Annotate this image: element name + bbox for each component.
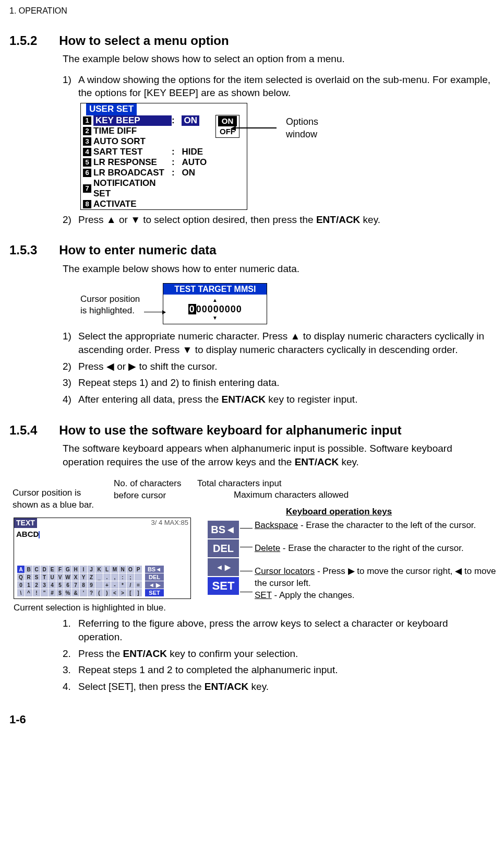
kb-set-key: SET xyxy=(145,589,164,596)
kb-char-cell xyxy=(135,573,142,581)
big-loc-key: ◄ ▶ xyxy=(208,558,239,576)
kb-char-cell: , xyxy=(111,573,118,581)
kb-char-cell: Y xyxy=(80,573,87,581)
list-text: Referring to the figure above, press the… xyxy=(78,617,495,643)
cursor-digit: 0 xyxy=(188,304,196,314)
intro-text: The example below shows how to enter num… xyxy=(63,262,495,276)
kb-char-cell: M xyxy=(111,566,118,573)
kb-char-cell: ! xyxy=(33,589,40,596)
kb-char-cell: W xyxy=(64,573,71,581)
kb-char-cell: E xyxy=(49,566,56,573)
sec-num: 1.5.2 xyxy=(9,32,56,49)
list-text: Press ◀ or ▶ to shift the cursor. xyxy=(78,360,495,373)
kb-char-cell: + xyxy=(103,581,111,589)
sec-title: How to select a menu option xyxy=(59,33,229,48)
kb-char-cell: % xyxy=(64,589,71,596)
intro-text: The example below shows how to select an… xyxy=(63,52,495,66)
kb-char-cell: 6 xyxy=(64,581,71,589)
kb-char-cell: H xyxy=(72,566,79,573)
kb-char-cell: < xyxy=(111,589,118,596)
kb-char-cell: : xyxy=(119,573,126,581)
menu-row: 8ACTIVATE xyxy=(81,199,247,209)
kb-char-cell: # xyxy=(49,589,56,596)
big-del-key: DEL xyxy=(208,539,239,557)
list-text: Select the appropriate numeric character… xyxy=(78,330,495,356)
menu-row-value: HIDE xyxy=(182,147,203,157)
menu-title: USER SET xyxy=(86,103,137,115)
sec-title: How to use the software keyboard for alp… xyxy=(59,423,401,437)
big-set-key: SET xyxy=(208,577,239,595)
list-marker: 1) xyxy=(63,73,78,100)
kb-char-cell: J xyxy=(88,566,95,573)
keyboard-figure: Cursor position is shown as a blue bar. … xyxy=(9,478,495,614)
sec-num: 1.5.4 xyxy=(9,422,56,439)
kb-char-cell xyxy=(95,581,103,589)
kb-char-cell: _ xyxy=(95,573,103,581)
kb-char-cell: A xyxy=(17,566,25,573)
list-marker: 1. xyxy=(63,617,78,643)
kb-char-cell: ] xyxy=(135,589,142,596)
list-marker: 1) xyxy=(63,330,78,356)
menu-colon: : xyxy=(172,147,177,157)
menu-row-num: 7 xyxy=(83,184,91,193)
menu-row-num: 8 xyxy=(83,200,91,208)
kb-char-cell: 7 xyxy=(72,581,79,589)
kb-char-cell: [ xyxy=(127,589,134,596)
big-bs-key: BS◄ xyxy=(208,521,239,538)
menu-row-label: KEY BEEP xyxy=(93,115,172,126)
annot-cursor-shown: Cursor position is shown as a blue bar. xyxy=(13,487,94,511)
kb-char-cell: 3 xyxy=(41,581,48,589)
up-triangle-icon: ▲ xyxy=(163,298,267,303)
kb-char-cell: . xyxy=(103,573,111,581)
kb-char-cell: L xyxy=(103,566,111,573)
page-header: 1. OPERATION xyxy=(9,5,495,17)
menu-row-label: SART TEST xyxy=(93,147,172,157)
kb-char-cell: Q xyxy=(17,573,25,581)
kb-char-cell: F xyxy=(56,566,64,573)
annot-total: Total characters input xyxy=(197,478,282,490)
list-marker: 2. xyxy=(63,647,78,661)
kb-info: 3/ 4 MAX:85 xyxy=(149,518,190,528)
list-text: Repeat steps 1) and 2) to finish enterin… xyxy=(78,376,495,390)
annot-max: Maximum characters allowed xyxy=(234,489,349,501)
kb-char-cell: / xyxy=(127,581,134,589)
kb-char-cell: X xyxy=(72,573,79,581)
kb-char-cell: = xyxy=(135,581,142,589)
kb-char-cell: $ xyxy=(56,589,64,596)
sec-title: How to enter numeric data xyxy=(59,243,216,257)
kb-char-cell: O xyxy=(127,566,134,573)
menu-row-num: 3 xyxy=(83,137,91,146)
menu-row-num: 2 xyxy=(83,127,91,135)
kb-char-cell: * xyxy=(119,581,126,589)
menu-row: 5LR RESPONSE: AUTO xyxy=(81,157,247,168)
annot-backspace: Backspace - Erase the character to the l… xyxy=(255,520,500,532)
kb-title: TEXT xyxy=(14,518,37,528)
list-text: Repeat steps 1 and 2 to completed the al… xyxy=(78,663,495,677)
kb-char-cell: C xyxy=(33,566,40,573)
kb-char-cell: D xyxy=(41,566,48,573)
kb-char-cell: S xyxy=(33,573,40,581)
intro-text: The software keyboard appears when alpha… xyxy=(63,442,495,468)
option-on: ON xyxy=(218,116,237,126)
list-text: Select [SET], then press the ENT/ACK key… xyxy=(78,680,495,694)
menu-row-num: 6 xyxy=(83,169,91,177)
mmsi-caption: Cursor position is highlighted. xyxy=(80,294,140,318)
mmsi-title: TEST TARGET MMSI xyxy=(163,284,267,295)
kb-char-cell: K xyxy=(95,566,103,573)
page-number: 1-6 xyxy=(9,712,495,727)
section-1-5-2-heading: 1.5.2 How to select a menu option xyxy=(9,32,495,49)
menu-row-label: AUTO SORT xyxy=(93,136,172,147)
menu-row-value: ON xyxy=(182,168,195,178)
mmsi-value: ▲ 000000000 ▼ xyxy=(163,295,267,324)
menu-row-value: AUTO xyxy=(182,157,207,168)
section-1-5-4-heading: 1.5.4 How to use the software keyboard f… xyxy=(9,422,495,439)
kb-char-cell: P xyxy=(135,566,142,573)
keyboard-screen: TEXT 3/ 4 MAX:85 ABCD ABCDEFGHIJKLMNOPQR… xyxy=(14,518,191,599)
kb-char-cell: B xyxy=(25,566,32,573)
menu-row: 7NOTIFICATION SET xyxy=(81,178,247,199)
menu-row-label: TIME DIFF xyxy=(93,126,172,136)
kb-char-grid: ABCDEFGHIJKLMNOPQRSTUVWXYZ_.,:; 01234567… xyxy=(17,566,142,596)
kb-char-cell: 0 xyxy=(17,581,25,589)
kb-char-cell: I xyxy=(80,566,87,573)
kb-char-cell: ^ xyxy=(25,589,32,596)
